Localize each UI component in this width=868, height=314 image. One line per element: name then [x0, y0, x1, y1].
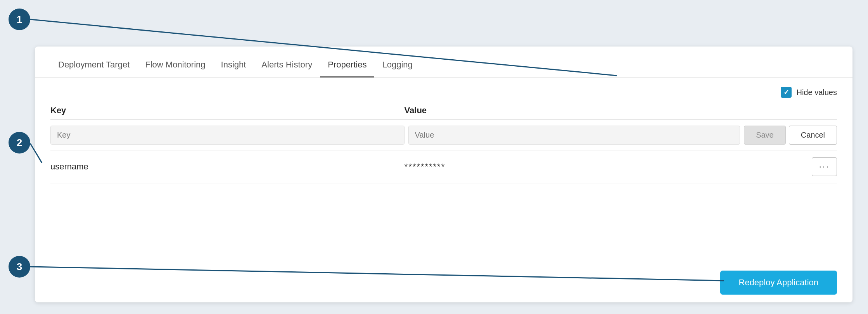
row-key: username [50, 162, 405, 172]
col-value-header: Value [405, 105, 837, 116]
main-card: Deployment Target Flow Monitoring Insigh… [35, 47, 852, 302]
col-key-header: Key [50, 105, 405, 116]
annotation-2: 2 [9, 132, 30, 154]
key-input[interactable] [50, 126, 405, 145]
cancel-button[interactable]: Cancel [789, 126, 837, 145]
save-button[interactable]: Save [744, 126, 786, 145]
value-input[interactable] [408, 126, 740, 145]
hide-values-checkbox[interactable] [781, 87, 792, 98]
annotation-3: 3 [9, 256, 30, 278]
card-footer: Redeploy Application [35, 263, 852, 302]
tab-alerts-history[interactable]: Alerts History [254, 60, 320, 77]
table-header: Key Value [50, 105, 837, 120]
hide-values-row: Hide values [50, 87, 837, 98]
new-property-row: Save Cancel [50, 120, 837, 150]
hide-values-label: Hide values [796, 88, 837, 97]
row-value: ********** [405, 162, 812, 172]
tab-content: Hide values Key Value Save Cancel userna… [35, 78, 852, 263]
redeploy-button[interactable]: Redeploy Application [720, 271, 837, 295]
tab-insight[interactable]: Insight [213, 60, 254, 77]
tab-deployment-target[interactable]: Deployment Target [50, 60, 137, 77]
row-actions-button[interactable]: ··· [812, 157, 837, 176]
annotation-1: 1 [9, 9, 30, 30]
tab-properties[interactable]: Properties [320, 60, 374, 77]
table-row: username ********** ··· [50, 150, 837, 183]
tab-logging[interactable]: Logging [374, 60, 420, 77]
tab-bar: Deployment Target Flow Monitoring Insigh… [35, 47, 852, 78]
tab-flow-monitoring[interactable]: Flow Monitoring [137, 60, 213, 77]
